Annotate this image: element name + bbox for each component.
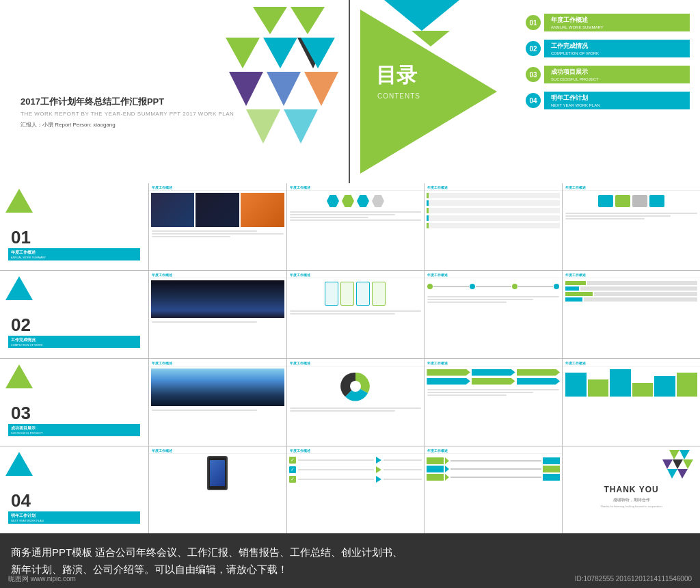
- sf-line: [450, 477, 541, 478]
- contents-slide: 目录 CONTENTS 01 年度工作概述 ANNUAL WORK SUMMAR…: [350, 0, 700, 183]
- sbar: [565, 281, 586, 285]
- thumb-h-4-2: 年度工作概述: [149, 446, 286, 454]
- thumb-h-1-4: 年度工作概述: [425, 183, 562, 191]
- pbox-2: [340, 282, 354, 306]
- timeline: [427, 284, 559, 289]
- thumb-2-5: 年度工作概述: [563, 271, 700, 358]
- line: [290, 313, 395, 315]
- svg-marker-8: [304, 72, 338, 106]
- lines-3-2: [149, 408, 286, 412]
- srow: [565, 297, 697, 302]
- thankyou-main: THANK YOU: [604, 485, 659, 494]
- s3-num: 03: [5, 403, 143, 424]
- thumb-row-1: 01 年度工作概述 ANNUAL WORK SUMMARY 年度工作概述: [0, 183, 700, 271]
- line: [152, 321, 257, 323]
- sf-box2: [543, 466, 560, 472]
- sbar-bg: [584, 297, 697, 302]
- tablet: [207, 456, 228, 490]
- astep: [472, 369, 515, 376]
- pbox-3: [356, 282, 370, 306]
- small-green-tri: [412, 31, 450, 46]
- s2-en: COMPLETION OF WORK: [11, 343, 137, 347]
- thumb-h-2-3: 年度工作概述: [287, 271, 425, 278]
- section-label-2: 02 工作完成情况 COMPLETION OF WORK: [0, 271, 149, 358]
- check-item: ✓: [289, 476, 422, 483]
- contents-item-4: 04 明年工作计划 NEXT YEAR WORK PLAN: [526, 92, 690, 109]
- table-rows: [427, 193, 560, 228]
- svg-marker-2: [226, 38, 260, 68]
- thumb-3-5: 年度工作概述: [563, 359, 700, 446]
- thumb-1-5: 年度工作概述: [563, 183, 700, 270]
- photo-1: [151, 193, 195, 227]
- tri-s3: [5, 364, 33, 388]
- item-tag-1: 年度工作概述 ANNUAL WORK SUMMARY: [544, 14, 690, 31]
- hex-3: [357, 195, 369, 207]
- hex-row: [287, 195, 425, 207]
- thumb-1-2: 年度工作概述: [149, 183, 287, 270]
- check-list: ✓ ✓ ✓: [289, 457, 422, 483]
- s3-zh: 成功项目展示: [11, 425, 137, 431]
- lines-2-2: [149, 320, 286, 324]
- mu-lu: 目录: [376, 62, 417, 90]
- photo-3: [241, 193, 284, 227]
- sf-arrow: [445, 466, 449, 472]
- srow: [565, 281, 697, 285]
- svg-marker-14: [679, 450, 690, 459]
- trow: [427, 208, 560, 213]
- check-box: ✓: [289, 476, 296, 483]
- srow: [565, 286, 697, 291]
- thumb-1-3: 年度工作概述: [287, 183, 425, 270]
- s4-bar: 明年工作计划 NEXT YEAR WORK PLAN: [8, 511, 140, 524]
- check-arrow: [376, 466, 381, 473]
- line: [427, 302, 507, 303]
- thumb-row-3: 03 成功项目展示 SUCCESSFUL PROJECT 年度工作概述: [0, 359, 700, 446]
- arrow-flow: [427, 369, 560, 385]
- trow: [427, 200, 560, 206]
- item-zh-4: 明年工作计划: [551, 94, 683, 103]
- contents-list: 01 年度工作概述 ANNUAL WORK SUMMARY 02 工作完成情况 …: [526, 14, 690, 109]
- check-arrow: [376, 476, 381, 483]
- trow: [427, 223, 560, 228]
- s1-num: 01: [5, 227, 143, 248]
- lines-1-5: [563, 211, 700, 221]
- astep: [517, 378, 561, 385]
- item-zh-3: 成功项目展示: [551, 68, 683, 77]
- thumb-1-4: 年度工作概述: [425, 183, 563, 270]
- td-3: [512, 284, 517, 289]
- thumb-h-2-5: 年度工作概述: [563, 271, 700, 278]
- stat-rows: [565, 281, 697, 302]
- check-box: ✓: [289, 457, 296, 464]
- ty-svg: [659, 450, 697, 487]
- photo-2: [196, 193, 239, 227]
- sbar: [565, 297, 582, 302]
- line: [290, 214, 395, 215]
- check-item: ✓: [289, 457, 422, 464]
- teal-top-tri: [384, 0, 459, 31]
- check-line2: [383, 469, 422, 470]
- puzzle-row: [565, 195, 697, 207]
- bottom-bar: 商务通用PPT模板 适合公司年终会议、工作汇报、销售报告、工作总结、创业计划书、…: [0, 533, 700, 588]
- trow: [427, 193, 560, 198]
- thumb-4-2: 年度工作概述: [149, 446, 287, 533]
- pbox-1: [325, 282, 338, 306]
- tablet-screen: [210, 460, 225, 486]
- main-container: 2017工作计划年终总结工作汇报PPT THE WORK REPORT BY T…: [0, 0, 700, 588]
- line: [152, 233, 284, 235]
- check-line: [298, 479, 375, 480]
- svg-marker-19: [677, 469, 688, 479]
- thumb-2-3: 年度工作概述: [287, 271, 425, 358]
- s2-zh: 工作完成情况: [11, 337, 137, 343]
- thumb-h-4-4: 年度工作概述: [425, 446, 562, 454]
- lines-3-3: [287, 406, 425, 413]
- sf-row: [427, 474, 560, 481]
- svg-marker-13: [669, 450, 679, 459]
- lines-1-2: [149, 229, 286, 239]
- srow: [565, 292, 697, 296]
- tline: [476, 286, 511, 287]
- sbar: [565, 292, 593, 296]
- check-line: [298, 469, 375, 470]
- s1-bar: 年度工作概述 ANNUAL WORK SUMMARY: [8, 248, 140, 260]
- thumb-row-4: 04 明年工作计划 NEXT YEAR WORK PLAN 年度工作概述: [0, 446, 700, 533]
- hex-4: [372, 195, 384, 207]
- line: [565, 213, 697, 214]
